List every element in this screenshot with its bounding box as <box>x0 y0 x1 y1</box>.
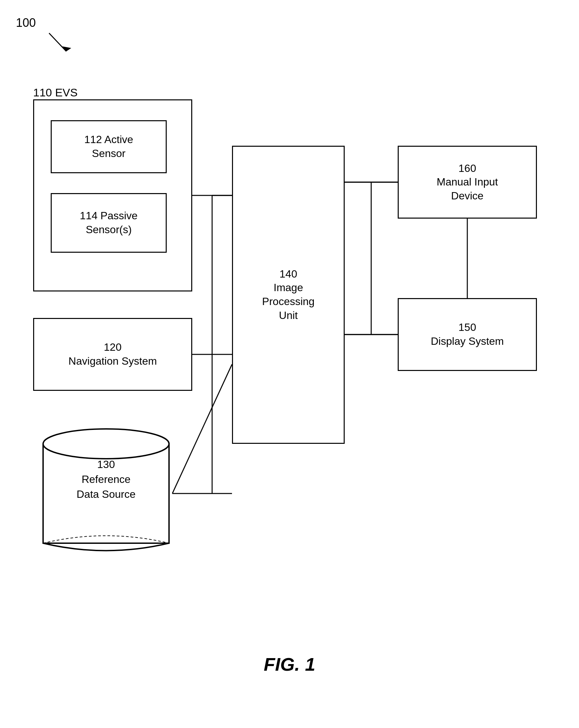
display-box: 150Display System <box>398 298 537 371</box>
evs-box: 112 ActiveSensor 114 PassiveSensor(s) <box>33 99 192 291</box>
active-sensor-label: 112 ActiveSensor <box>84 133 133 160</box>
diagram-container: 100 112 ActiveSensor 114 PassiveSensor(s… <box>0 0 579 728</box>
nav-label: 120Navigation System <box>69 340 157 368</box>
passive-sensor-box: 114 PassiveSensor(s) <box>51 193 167 253</box>
active-sensor-box: 112 ActiveSensor <box>51 120 167 173</box>
figure-label: FIG. 1 <box>264 653 316 675</box>
ref-100-label: 100 <box>16 16 36 30</box>
svg-marker-3 <box>62 46 71 51</box>
ipu-label: 140ImageProcessingUnit <box>262 267 314 322</box>
passive-sensor-label: 114 PassiveSensor(s) <box>80 209 137 236</box>
nav-box: 120Navigation System <box>33 318 192 391</box>
svg-point-1 <box>43 429 169 459</box>
svg-line-2 <box>49 33 66 51</box>
ref-data-label: 130ReferenceData Source <box>46 457 166 501</box>
evs-label: 110 EVS <box>33 86 78 99</box>
ipu-box: 140ImageProcessingUnit <box>232 146 345 444</box>
mid-box: 160Manual InputDevice <box>398 146 537 218</box>
mid-label: 160Manual InputDevice <box>436 162 498 203</box>
display-label: 150Display System <box>431 321 504 348</box>
